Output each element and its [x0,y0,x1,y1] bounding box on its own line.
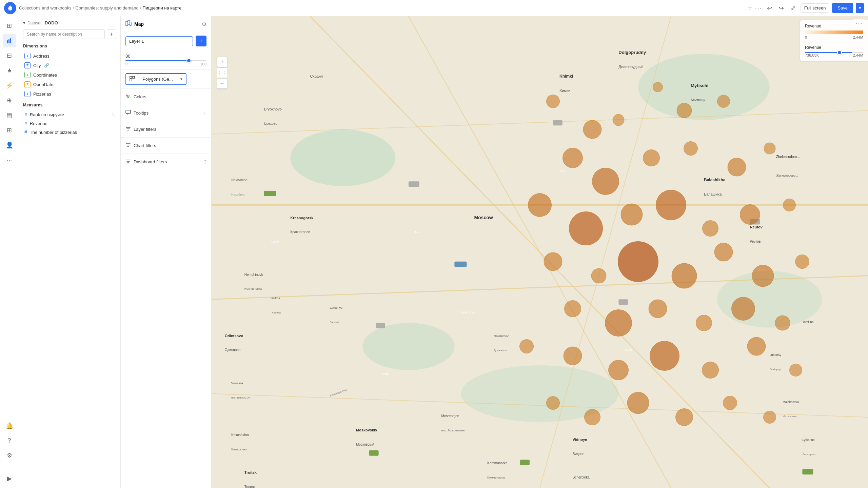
svg-text:Bryokhovo: Bryokhovo [264,107,282,111]
nav-dots-icon[interactable]: ··· [3,153,16,167]
svg-text:Заречье: Заречье [330,321,340,324]
save-button[interactable]: Save [832,3,853,13]
dim-type-icon: T [24,91,31,97]
svg-point-16 [362,323,454,370]
svg-text:Krasnogorsk: Krasnogorsk [290,216,314,220]
dashboard-filters-help-icon[interactable]: ? [204,159,206,165]
app-logo[interactable] [4,2,16,14]
svg-rect-7 [133,76,135,78]
svg-point-9 [126,95,128,97]
svg-text:A-100: A-100 [271,240,279,243]
svg-text:Реутов: Реутов [750,240,761,243]
icon-sidebar: ⊞ ⊟ ★ ⚡ ⊕ ▤ ⊞ 👤 ··· 🔔 ? ⚙ ▶ [0,16,19,488]
dim-item-opendate[interactable]: T OpenDate [23,80,116,89]
dim-item-city[interactable]: T City 🔗 [23,61,116,70]
chart-type-title: Map [125,20,144,28]
nav-person-icon[interactable]: 👤 [3,138,16,152]
nav-flash-icon[interactable]: ⚡ [3,79,16,92]
map-roads-svg: M-9 A-100 M-8 Dolgoprudny Долгопрудный M… [212,16,868,488]
measure-item-rank[interactable]: # Rank по выручке fᵢ₌ [23,110,116,119]
map-more-button[interactable]: ··· [853,19,865,28]
svg-rect-91 [618,299,628,305]
svg-text:Московский: Московский [356,443,375,446]
nav-bar-icon[interactable]: ▤ [3,108,16,122]
breadcrumb: Collections and workbooks / Companies: s… [19,5,745,11]
svg-text:Троицк: Троицк [244,485,256,488]
dataset-chevron-icon[interactable]: ▾ [23,20,25,25]
dimensions-title: Dimensions [23,44,116,48]
svg-rect-3 [126,21,128,25]
measure-item-revenue[interactable]: # Revenue [23,119,116,128]
nav-settings-icon[interactable]: ⚙ [3,449,16,462]
save-dropdown-button[interactable]: ▾ [856,3,864,13]
svg-text:Troitsk: Troitsk [244,470,257,474]
colors-section[interactable]: Colors [121,89,211,105]
svg-text:Kokoshkino: Kokoshkino [231,433,249,437]
opacity-slider[interactable] [125,60,206,61]
search-input[interactable] [23,29,105,39]
nav-chart-icon[interactable] [3,34,16,47]
dashboard-filters-section[interactable]: Dashboard filters ? [121,154,211,170]
svg-rect-5 [130,22,131,25]
measure-item-count[interactable]: # The number of pizzerias [23,128,116,137]
more-options-icon[interactable]: ··· [755,4,762,12]
add-layer-button[interactable]: + [196,36,206,46]
nav-bell-icon[interactable]: 🔔 [3,419,16,432]
opacity-max: 100 [200,62,206,66]
svg-text:Балашиха: Балашиха [704,192,722,196]
nav-star-icon[interactable]: ★ [3,64,16,77]
dim-type-icon: T [24,53,31,59]
svg-text:Khimki: Khimki [559,74,573,79]
dim-item-pizzerias[interactable]: T Pizzerias [23,89,116,99]
legend-gradient [805,30,863,34]
nav-play-icon[interactable]: ▶ [3,472,16,485]
polygon-type-button[interactable]: Polygons (Ge... ▾ [125,73,186,85]
layer-select[interactable]: Layer 1 [125,36,193,46]
svg-rect-0 [7,40,8,43]
favorite-icon[interactable]: ☆ [748,5,752,11]
svg-text:Нахабино: Нахабино [231,193,245,196]
opacity-value: 80 [125,54,206,59]
colors-icon [125,94,131,100]
map-label: Map [134,21,144,27]
nav-grid2-icon[interactable]: ⊞ [3,123,16,137]
svg-text:Moscow: Moscow [474,215,493,220]
chart-filters-section[interactable]: Chart filters [121,138,211,154]
polygon-chevron-icon: ▾ [180,77,182,81]
dataset-label: Dataset: [27,21,43,25]
breadcrumb-item2[interactable]: Companies: supply and demand [75,5,138,11]
add-field-button[interactable]: + [107,29,116,39]
measure-label: The number of pizzerias [30,130,77,135]
dim-item-address[interactable]: T Address [23,51,116,61]
dim-item-coordinates[interactable]: T Coordinates [23,70,116,80]
layer-filters-section[interactable]: Layer filters [121,121,211,138]
nav-table-icon[interactable]: ⊟ [3,49,16,62]
legend-title2: Revenue [805,45,863,50]
breadcrumb-item1[interactable]: Collections and workbooks [19,5,72,11]
measure-label: Rank по выручке [30,112,64,117]
nav-grid-icon[interactable]: ⊞ [3,19,16,33]
tooltips-section[interactable]: Tooltips + [121,105,211,121]
polygon-row: Polygons (Ge... ▾ [121,70,211,89]
svg-text:пос. ВНИИСОК: пос. ВНИИСОК [231,396,251,399]
svg-text:Немчиновка: Немчиновка [244,287,262,290]
settings-gear-button[interactable]: ⚙ [202,21,206,27]
dashboard-filters-icon [125,159,131,165]
zoom-out-button[interactable]: − [217,79,227,89]
nav-help-icon[interactable]: ? [3,434,16,447]
undo-button[interactable]: ↩ [765,3,774,13]
map-area: M-9 A-100 M-8 Dolgoprudny Долгопрудный M… [212,16,868,488]
layer-filters-icon [125,126,131,133]
chart-filters-label: Chart filters [134,143,206,148]
nav-link-icon[interactable]: ⊕ [3,94,16,107]
expand-button[interactable]: ⤢ [789,3,798,13]
map-drag-icon: ⋮⋮ [217,68,227,78]
tooltips-add-icon[interactable]: + [203,110,206,116]
fullscreen-button[interactable]: Full screen [801,3,830,13]
redo-button[interactable]: ↪ [777,3,786,13]
dashboard-filters-label: Dashboard filters [134,159,201,164]
zoom-in-button[interactable]: + [217,57,227,67]
layer-row: Layer 1 + [121,32,211,50]
breadcrumb-sep2: / [140,5,141,11]
dataset-value: DODO [45,20,58,25]
